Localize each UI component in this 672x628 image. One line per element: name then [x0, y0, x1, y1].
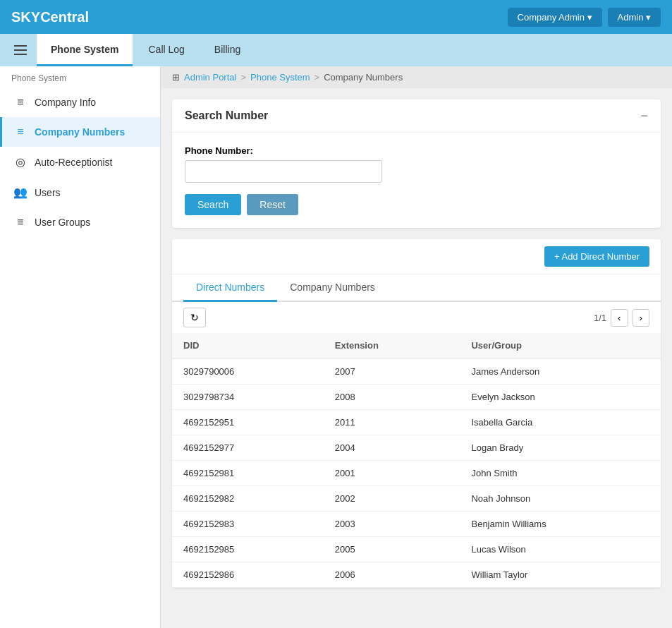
cell-did: 3029798734: [172, 385, 324, 410]
hamburger-menu[interactable]: [6, 34, 35, 66]
cell-extension: 2006: [324, 562, 460, 588]
breadcrumb-phone-system[interactable]: Phone System: [250, 72, 310, 83]
col-extension: Extension: [324, 333, 460, 358]
table-card: + Add Direct Number Direct Numbers Compa…: [172, 239, 661, 588]
app-logo: SKYCentral: [11, 9, 89, 25]
collapse-button[interactable]: −: [640, 109, 648, 122]
cell-user-group: Noah Johnson: [460, 486, 661, 512]
cell-user-group: Logan Brady: [460, 435, 661, 461]
admin-button[interactable]: Admin ▾: [608, 8, 661, 27]
tab-phone-system[interactable]: Phone System: [37, 34, 133, 66]
breadcrumb: ⊞ Admin Portal > Phone System > Company …: [161, 66, 672, 88]
cell-user-group: Evelyn Jackson: [460, 385, 661, 410]
tab-direct-numbers[interactable]: Direct Numbers: [183, 274, 277, 302]
sidebar-item-users[interactable]: 👥 Users: [0, 177, 160, 207]
cell-user-group: William Taylor: [460, 562, 661, 588]
table-row: 3029798734 2008 Evelyn Jackson: [172, 385, 661, 410]
cell-extension: 2004: [324, 435, 460, 461]
search-card-body: Phone Number: Search Reset: [172, 133, 661, 228]
phone-number-label: Phone Number:: [185, 145, 648, 156]
cell-did: 4692152982: [172, 486, 324, 512]
table-header: DID Extension User/Group: [172, 333, 661, 358]
breadcrumb-icon: ⊞: [172, 72, 180, 83]
tab-call-log[interactable]: Call Log: [134, 34, 198, 66]
table-row: 3029790006 2007 James Anderson: [172, 358, 661, 385]
content-area: ⊞ Admin Portal > Phone System > Company …: [161, 66, 672, 628]
sidebar-item-auto-receptionist[interactable]: ◎ Auto-Receptionist: [0, 147, 160, 177]
col-user-group: User/Group: [460, 333, 661, 358]
reset-button[interactable]: Reset: [247, 194, 298, 215]
col-did: DID: [172, 333, 324, 358]
sidebar-section-label: Phone System: [0, 66, 160, 87]
sidebar-label-company-info: Company Info: [35, 97, 96, 108]
cell-did: 4692152951: [172, 410, 324, 435]
table-controls: ↻ 1/1 ‹ ›: [172, 302, 661, 333]
direct-numbers-table: DID Extension User/Group 3029790006 2007…: [172, 333, 661, 588]
user-groups-icon: ≡: [13, 216, 28, 229]
cell-user-group: Lucas Wilson: [460, 537, 661, 562]
sidebar-label-company-numbers: Company Numbers: [35, 126, 125, 138]
hamburger-icon: [14, 45, 27, 55]
company-info-icon: ≡: [13, 96, 28, 109]
auto-receptionist-icon: ◎: [13, 155, 28, 169]
breadcrumb-current: Company Numbers: [324, 72, 403, 83]
table-row: 4692152985 2005 Lucas Wilson: [172, 537, 661, 562]
number-tabs: Direct Numbers Company Numbers: [172, 274, 661, 302]
search-card: Search Number − Phone Number: Search Res…: [172, 99, 661, 228]
next-page-button[interactable]: ›: [633, 309, 649, 327]
company-numbers-icon: ≡: [13, 126, 28, 138]
sidebar-item-user-groups[interactable]: ≡ User Groups: [0, 207, 160, 237]
page-indicator: 1/1: [594, 313, 606, 323]
nav-right: Company Admin ▾ Admin ▾: [508, 8, 661, 27]
search-btn-row: Search Reset: [185, 194, 648, 215]
prev-page-button[interactable]: ‹: [611, 309, 628, 327]
table-toolbar: + Add Direct Number: [172, 239, 661, 274]
search-card-title: Search Number: [185, 109, 268, 122]
breadcrumb-admin-portal[interactable]: Admin Portal: [184, 72, 236, 83]
cell-did: 4692152981: [172, 461, 324, 486]
cell-did: 4692152983: [172, 512, 324, 537]
cell-user-group: Isabella Garcia: [460, 410, 661, 435]
top-navbar: SKYCentral Company Admin ▾ Admin ▾: [0, 0, 672, 34]
cell-did: 4692152985: [172, 537, 324, 562]
company-admin-button[interactable]: Company Admin ▾: [508, 8, 602, 27]
sidebar-label-users: Users: [35, 187, 61, 198]
cell-did: 4692152977: [172, 435, 324, 461]
sidebar: Phone System ≡ Company Info ≡ Company Nu…: [0, 66, 161, 628]
cell-did: 4692152986: [172, 562, 324, 588]
phone-number-input[interactable]: [185, 160, 382, 183]
cell-extension: 2008: [324, 385, 460, 410]
tab-company-numbers[interactable]: Company Numbers: [277, 274, 388, 302]
table-row: 4692152981 2001 John Smith: [172, 461, 661, 486]
phone-number-field-group: Phone Number:: [185, 145, 648, 183]
table-row: 4692152983 2003 Benjamin Williams: [172, 512, 661, 537]
table-body: 3029790006 2007 James Anderson 302979873…: [172, 358, 661, 588]
cell-user-group: James Anderson: [460, 358, 661, 385]
cell-extension: 2005: [324, 537, 460, 562]
table-row: 4692152982 2002 Noah Johnson: [172, 486, 661, 512]
refresh-button[interactable]: ↻: [183, 308, 206, 327]
cell-did: 3029790006: [172, 358, 324, 385]
cell-user-group: Benjamin Williams: [460, 512, 661, 537]
search-button[interactable]: Search: [185, 194, 241, 215]
search-card-header: Search Number −: [172, 99, 661, 133]
table-row: 4692152977 2004 Logan Brady: [172, 435, 661, 461]
sidebar-label-auto-receptionist: Auto-Receptionist: [35, 157, 113, 168]
table-header-row: DID Extension User/Group: [172, 333, 661, 358]
add-direct-number-button[interactable]: + Add Direct Number: [544, 246, 649, 267]
breadcrumb-sep-1: >: [240, 72, 246, 83]
sidebar-label-user-groups: User Groups: [35, 217, 90, 228]
table-row: 4692152951 2011 Isabella Garcia: [172, 410, 661, 435]
cell-extension: 2011: [324, 410, 460, 435]
cell-extension: 2003: [324, 512, 460, 537]
users-icon: 👥: [13, 186, 28, 199]
sidebar-item-company-numbers[interactable]: ≡ Company Numbers: [0, 117, 160, 147]
pagination: 1/1 ‹ ›: [594, 309, 649, 327]
table-row: 4692152986 2006 William Taylor: [172, 562, 661, 588]
cell-extension: 2001: [324, 461, 460, 486]
cell-extension: 2002: [324, 486, 460, 512]
cell-user-group: John Smith: [460, 461, 661, 486]
tab-billing[interactable]: Billing: [200, 34, 255, 66]
cell-extension: 2007: [324, 358, 460, 385]
sidebar-item-company-info[interactable]: ≡ Company Info: [0, 87, 160, 117]
